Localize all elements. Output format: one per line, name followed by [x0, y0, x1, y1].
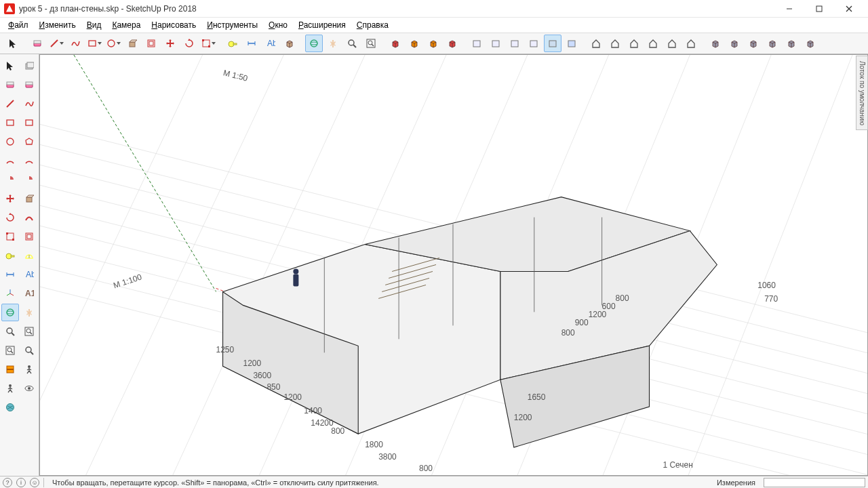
svg-text:3600: 3600 — [253, 371, 271, 380]
menu-камера[interactable]: Камера — [106, 19, 146, 31]
solid-tool-1[interactable] — [726, 35, 743, 52]
style-xray[interactable] — [682, 35, 700, 52]
side-geo[interactable] — [1, 399, 19, 416]
side-line[interactable] — [1, 95, 19, 113]
solid-tool-3[interactable] — [764, 35, 781, 52]
side-pushpull[interactable] — [20, 190, 38, 207]
side-arc[interactable] — [1, 152, 19, 169]
move-tool[interactable] — [161, 35, 179, 52]
view-back[interactable] — [525, 35, 542, 52]
side-pan[interactable] — [20, 304, 38, 321]
solid-tool-0[interactable] — [707, 35, 724, 52]
side-offset[interactable] — [20, 228, 38, 245]
pushpull-tool[interactable] — [123, 35, 141, 52]
side-arc2[interactable] — [20, 152, 38, 169]
rotate-tool[interactable] — [180, 35, 198, 52]
side-dim[interactable] — [1, 266, 19, 283]
dimension-tool[interactable] — [243, 35, 260, 52]
side-prev[interactable] — [20, 342, 38, 359]
side-eraser2[interactable] — [20, 76, 38, 94]
component-save[interactable] — [425, 35, 442, 52]
help-icon[interactable]: ? — [3, 478, 12, 487]
paint-tool[interactable] — [281, 35, 298, 52]
menu-файл[interactable]: Файл — [3, 19, 34, 31]
style-tex[interactable] — [644, 35, 662, 52]
side-pie[interactable] — [1, 171, 19, 188]
side-zoomwin[interactable] — [20, 323, 38, 340]
view-iso[interactable] — [468, 35, 486, 52]
solid-tool-5[interactable] — [802, 35, 819, 52]
zoom-extents-tool[interactable] — [362, 35, 380, 52]
view-right[interactable] — [563, 35, 580, 52]
view-front[interactable] — [506, 35, 524, 52]
solid-tool-4[interactable] — [783, 35, 800, 52]
user-icon[interactable]: ☺ — [30, 478, 39, 487]
side-rotate[interactable] — [1, 209, 19, 226]
eraser-tool[interactable] — [28, 35, 46, 52]
scale-tool[interactable] — [199, 35, 217, 52]
solid-tool-2[interactable] — [745, 35, 762, 52]
measurements-input[interactable] — [764, 478, 865, 487]
side-rectangle[interactable] — [1, 114, 19, 131]
side-eraser[interactable] — [1, 76, 19, 94]
style-shaded[interactable] — [625, 35, 643, 52]
text-tool[interactable]: Ab — [262, 35, 279, 52]
side-walk[interactable] — [20, 361, 38, 378]
side-pie2[interactable] — [20, 171, 38, 188]
menu-изменить[interactable]: Изменить — [34, 19, 81, 31]
component-edit[interactable] — [406, 35, 423, 52]
style-wire[interactable] — [587, 35, 605, 52]
side-section[interactable] — [1, 361, 19, 378]
side-3dtext[interactable]: A1 — [20, 285, 38, 302]
side-protractor[interactable] — [20, 247, 38, 264]
view-top[interactable] — [487, 35, 505, 52]
style-mono[interactable] — [663, 35, 681, 52]
line-tool[interactable] — [47, 35, 65, 52]
svg-text:1200: 1200 — [514, 413, 532, 422]
side-polygon[interactable] — [20, 133, 38, 150]
side-move[interactable] — [1, 190, 19, 207]
rectangle-tool[interactable] — [85, 35, 103, 52]
side-text[interactable]: Ab — [20, 266, 38, 283]
side-freehand[interactable] — [20, 95, 38, 113]
side-followme[interactable] — [20, 209, 38, 226]
geo-icon[interactable]: i — [16, 478, 26, 487]
side-components[interactable] — [20, 57, 38, 75]
offset-tool[interactable] — [142, 35, 160, 52]
orbit-tool[interactable] — [305, 35, 323, 52]
side-rotrect[interactable] — [20, 114, 38, 131]
side-axes[interactable] — [1, 285, 19, 302]
style-hidden[interactable] — [606, 35, 624, 52]
maximize-button[interactable] — [804, 0, 834, 18]
select-tool[interactable] — [4, 35, 22, 52]
component-del[interactable] — [443, 35, 461, 52]
view-left[interactable] — [544, 35, 561, 52]
side-scale[interactable] — [1, 228, 19, 245]
side-zoomext[interactable] — [1, 342, 19, 359]
zoom-tool[interactable] — [343, 35, 361, 52]
side-zoom[interactable] — [1, 323, 19, 340]
component-make[interactable] — [387, 35, 404, 52]
tape-tool[interactable] — [224, 35, 241, 52]
minimize-button[interactable] — [774, 0, 804, 18]
pan-tool[interactable] — [324, 35, 342, 52]
menu-расширения[interactable]: Расширения — [293, 19, 351, 31]
menu-нарисовать[interactable]: Нарисовать — [146, 19, 201, 31]
side-select[interactable] — [1, 57, 19, 75]
side-tape[interactable] — [1, 247, 19, 264]
close-button[interactable] — [834, 0, 864, 18]
side-orbit[interactable] — [1, 304, 19, 321]
circle-tool[interactable] — [104, 35, 122, 52]
side-circle[interactable] — [1, 133, 19, 150]
freehand-tool[interactable] — [66, 35, 84, 52]
menu-инструменты[interactable]: Инструменты — [201, 19, 263, 31]
menu-окно[interactable]: Окно — [263, 19, 293, 31]
viewport-3d[interactable]: M 1:100 M 1:50 1250 1200 3600 850 1200 1… — [39, 54, 868, 476]
menu-справка[interactable]: Справка — [351, 19, 394, 31]
menu-вид[interactable]: Вид — [81, 19, 107, 31]
side-look[interactable] — [1, 380, 19, 397]
svg-rect-29 — [492, 41, 499, 47]
side-position[interactable] — [20, 380, 38, 397]
tray-tab[interactable]: Лоток по умолчанию — [856, 56, 868, 130]
svg-text:M 1:50: M 1:50 — [222, 68, 249, 83]
